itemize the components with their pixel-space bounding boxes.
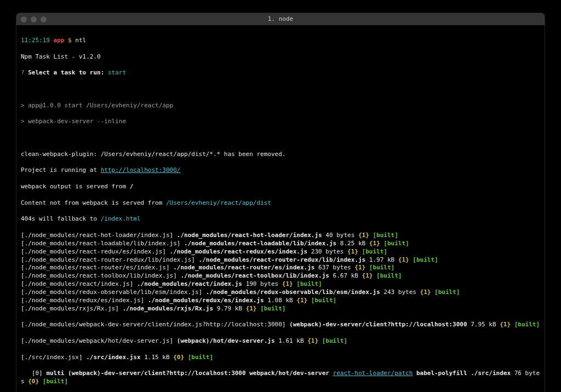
module-line: [./node_modules/react-router/es/index.js… [21, 264, 540, 272]
window-title: 1. node [16, 15, 545, 24]
react-hot-loader-link[interactable]: react-hot-loader/patch [333, 370, 413, 377]
clean-line: clean-webpack-plugin: /Users/evheniy/rea… [21, 151, 540, 159]
module-line: [./node_modules/redux/es/index.js] ./nod… [21, 297, 540, 305]
module-line: [./node_modules/react-toolbox/lib/index.… [21, 272, 540, 280]
blank-line [21, 85, 540, 94]
module-line: [./node_modules/redux-observable/lib/esm… [21, 289, 540, 297]
titlebar: 1. node [16, 13, 545, 25]
running-url-link[interactable]: http://localhost:3000/ [101, 166, 181, 174]
exec-line-1: > app@1.0.0 start /Users/evheniy/react/a… [21, 102, 540, 110]
question-selected: start [108, 69, 126, 76]
served-line: webpack output is served from / [21, 183, 540, 191]
running-line: Project is running at http://localhost:3… [21, 166, 540, 175]
fallback-line: 404s will fallback to /index.html [21, 215, 540, 223]
question-label: Select a task to run: [28, 69, 104, 76]
multi0-line: [0] multi (webpack)-dev-server/client?ht… [21, 370, 540, 386]
module-line: [./node_modules/react-router-redux/lib/i… [21, 256, 540, 264]
modules-list: [./node_modules/react-hot-loader/index.j… [21, 232, 540, 313]
module-line: [./node_modules/react-redux/es/index.js]… [21, 248, 540, 256]
module-line: [./node_modules/react-loadable/lib/index… [21, 240, 540, 248]
ntl-header: Npm Task List - v1.2.0 [21, 53, 540, 61]
srcindex-line: [./src/index.jsx] ./src/index.jsx 1.15 k… [21, 354, 540, 362]
terminal-window: 1. node 11:25:19 app $ ntl Npm Task List… [16, 13, 545, 392]
prompt-line: 11:25:19 app $ ntl [21, 37, 540, 45]
hot-line: [./node_modules/webpack/hot/dev-server.j… [21, 337, 540, 345]
prompt-command: ntl [75, 37, 86, 44]
prompt-dir: app [54, 37, 65, 44]
prompt-time: 11:25:19 [21, 37, 50, 44]
module-line: [./node_modules/rxjs/Rx.js] ./node_modul… [21, 305, 540, 313]
wds-line: [./node_modules/webpack-dev-server/clien… [21, 321, 540, 329]
terminal-body[interactable]: 11:25:19 app $ ntl Npm Task List - v1.2.… [16, 25, 545, 392]
ntl-question: ? Select a task to run: start [21, 69, 540, 77]
blank-line [21, 134, 540, 142]
module-line: [./node_modules/react-hot-loader/index.j… [21, 232, 540, 240]
prompt-symbol: $ [68, 37, 72, 44]
question-mark: ? [21, 69, 25, 76]
module-line: [./node_modules/react/index.js] ./node_m… [21, 280, 540, 289]
notfrom-line: Content not from webpack is served from … [21, 199, 540, 207]
exec-line-2: > webpack-dev-server --inline [21, 118, 540, 126]
